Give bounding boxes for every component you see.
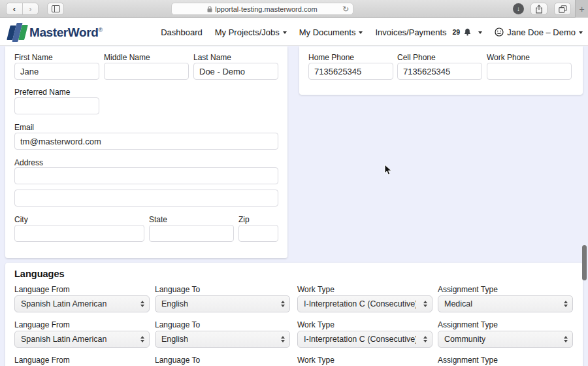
select-stepper-icon: [140, 301, 144, 307]
assignment-type-label: Assignment Type: [438, 356, 498, 365]
chevron-down-icon: [579, 31, 583, 34]
select-stepper-icon: [423, 301, 427, 307]
language-from-label: Language From: [14, 285, 70, 294]
address-line1-field[interactable]: [14, 167, 278, 184]
chevron-down-icon: [478, 31, 482, 34]
language-from-label: Language From: [14, 320, 70, 329]
middle-name-field[interactable]: [104, 63, 189, 80]
email-field[interactable]: [14, 133, 278, 150]
language-to-label: Language To: [155, 356, 200, 365]
assignment-type-select[interactable]: Medical: [438, 295, 573, 312]
cell-phone-label: Cell Phone: [397, 53, 436, 62]
work-phone-field[interactable]: [487, 63, 572, 80]
language-to-select[interactable]: English: [155, 295, 290, 312]
select-stepper-icon: [281, 301, 285, 307]
home-phone-label: Home Phone: [308, 53, 354, 62]
sidebar-icon: [52, 5, 60, 12]
preferred-name-field[interactable]: [14, 97, 99, 114]
work-type-label: Work Type: [297, 285, 335, 294]
nav-dashboard[interactable]: Dashboard: [161, 27, 203, 37]
logo-mark-icon: [7, 22, 27, 42]
back-button[interactable]: ‹: [7, 3, 22, 14]
zip-label: Zip: [238, 215, 250, 224]
work-type-select[interactable]: I-Interpretation C (Consecutive): [297, 331, 433, 348]
nav-my-documents[interactable]: My Documents: [299, 27, 363, 37]
city-label: City: [14, 215, 28, 224]
language-from-select[interactable]: Spanish Latin American: [14, 295, 150, 312]
lock-icon: [207, 6, 212, 12]
language-to-select[interactable]: English: [155, 331, 290, 348]
notification-count: 29: [453, 28, 461, 36]
tabs-icon: [559, 5, 567, 13]
work-phone-label: Work Phone: [487, 53, 530, 62]
address-bar[interactable]: lpportal-testing.masterword.com ↻: [171, 3, 353, 15]
select-stepper-icon: [423, 336, 427, 342]
downloads-button[interactable]: ↓: [513, 3, 524, 14]
phones-card: Home Phone Cell Phone Work Phone: [299, 46, 583, 95]
email-label: Email: [14, 123, 34, 132]
preferred-name-label: Preferred Name: [14, 88, 70, 97]
select-stepper-icon: [564, 336, 568, 342]
languages-card: Languages Language From Language To Work…: [5, 263, 583, 366]
first-name-field[interactable]: [14, 63, 99, 80]
page-content: First Name Middle Name Last Name Preferr…: [0, 46, 588, 366]
cell-phone-field[interactable]: [397, 63, 482, 80]
chevron-down-icon: [283, 31, 287, 34]
user-avatar-icon: [495, 27, 504, 37]
browser-toolbar: ‹ › lpportal-testing.masterword.com ↻ ↓: [0, 0, 588, 18]
language-from-label: Language From: [14, 356, 70, 365]
registered-mark: ®: [98, 26, 102, 33]
forward-button[interactable]: ›: [22, 3, 38, 14]
share-button[interactable]: [531, 3, 547, 15]
nav-user-menu[interactable]: Jane Doe – Demo: [495, 27, 583, 37]
state-label: State: [149, 215, 167, 224]
profile-card: First Name Middle Name Last Name Preferr…: [5, 46, 287, 258]
language-to-label: Language To: [155, 285, 200, 294]
history-buttons: ‹ ›: [6, 3, 39, 15]
nav-my-projects-jobs[interactable]: My Projects/Jobs: [215, 27, 287, 37]
new-tab-button[interactable]: +: [575, 0, 588, 18]
user-name: Jane Doe – Demo: [507, 27, 576, 37]
assignment-type-label: Assignment Type: [438, 285, 498, 294]
site-header: MasterWord® Dashboard My Projects/Jobs M…: [0, 18, 588, 46]
work-type-select[interactable]: I-Interpretation C (Consecutive): [297, 295, 433, 312]
state-field[interactable]: [149, 225, 234, 242]
last-name-label: Last Name: [193, 53, 231, 62]
vertical-scrollbar[interactable]: [582, 245, 587, 280]
languages-title: Languages: [14, 269, 65, 279]
work-type-label: Work Type: [297, 356, 335, 365]
address-line2-field[interactable]: [14, 190, 278, 207]
address-label: Address: [14, 158, 43, 167]
nav-invoices-payments[interactable]: Invoices/Payments 29: [375, 27, 482, 37]
select-stepper-icon: [281, 336, 285, 342]
city-field[interactable]: [14, 225, 144, 242]
share-icon: [535, 5, 543, 14]
assignment-type-select[interactable]: Community: [438, 331, 573, 348]
assignment-type-label: Assignment Type: [438, 320, 498, 329]
first-name-label: First Name: [14, 53, 53, 62]
sidebar-toggle-button[interactable]: [47, 3, 64, 15]
middle-name-label: Middle Name: [104, 53, 150, 62]
reload-icon[interactable]: ↻: [342, 5, 349, 14]
work-type-label: Work Type: [297, 320, 335, 329]
last-name-field[interactable]: [193, 63, 278, 80]
select-stepper-icon: [564, 301, 568, 307]
main-nav: Dashboard My Projects/Jobs My Documents …: [161, 18, 583, 46]
zip-field[interactable]: [238, 225, 278, 242]
url-text: lpportal-testing.masterword.com: [215, 5, 318, 13]
language-from-select[interactable]: Spanish Latin American: [14, 331, 150, 348]
masterword-logo[interactable]: MasterWord®: [7, 22, 103, 42]
brand-name: MasterWord®: [29, 25, 103, 40]
select-stepper-icon: [140, 336, 144, 342]
home-phone-field[interactable]: [308, 63, 393, 80]
language-to-label: Language To: [155, 320, 200, 329]
bell-icon: [464, 28, 471, 36]
tab-overview-button[interactable]: [554, 3, 571, 15]
chevron-down-icon: [359, 31, 363, 34]
